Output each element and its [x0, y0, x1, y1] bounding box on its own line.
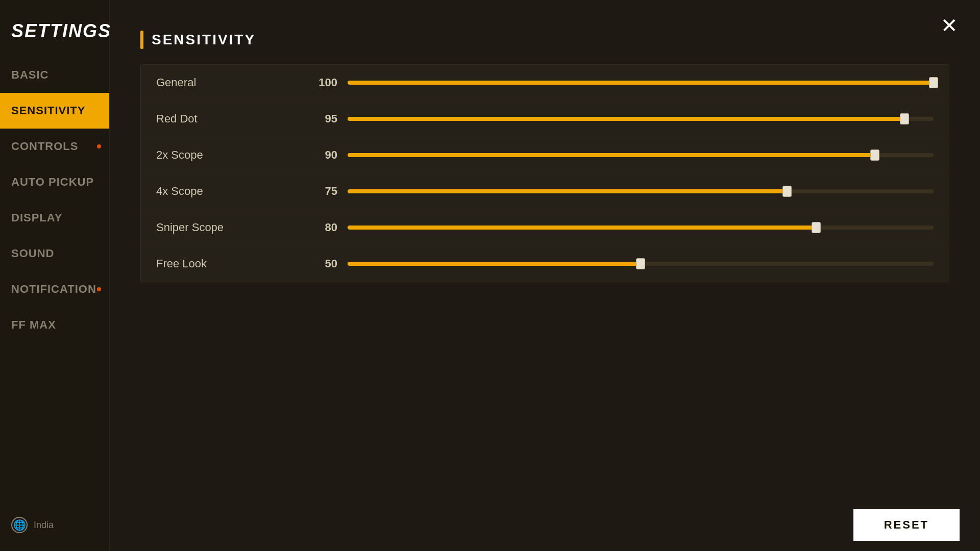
- slider-track-container-4x-scope[interactable]: [348, 187, 934, 195]
- slider-fill-free-look: [348, 262, 641, 266]
- slider-fill-2x-scope: [348, 153, 875, 157]
- slider-fill-4x-scope: [348, 189, 787, 193]
- notification-dot: [97, 144, 101, 148]
- slider-track-general: [348, 81, 934, 85]
- slider-thumb-4x-scope[interactable]: [782, 186, 792, 197]
- sidebar-item-sensitivity[interactable]: SENSITIVITY: [0, 93, 109, 129]
- slider-label-2x-scope: 2x Scope: [156, 148, 299, 162]
- settings-title: SETTINGS: [0, 10, 109, 57]
- slider-thumb-red-dot[interactable]: [900, 113, 909, 124]
- close-button[interactable]: ✕: [934, 10, 965, 41]
- notification-dot: [97, 287, 101, 291]
- sidebar-item-ff-max[interactable]: FF MAX: [0, 307, 109, 343]
- slider-value-free-look: 50: [309, 257, 337, 270]
- slider-label-general: General: [156, 76, 299, 89]
- slider-track-container-free-look[interactable]: [348, 260, 934, 268]
- section-accent-bar: [140, 31, 143, 49]
- slider-label-4x-scope: 4x Scope: [156, 185, 299, 198]
- reset-button[interactable]: RESET: [853, 509, 960, 541]
- sidebar-item-controls[interactable]: CONTROLS: [0, 129, 109, 164]
- slider-fill-sniper-scope: [348, 226, 816, 230]
- slider-row-2x-scope: 2x Scope 90: [141, 137, 949, 173]
- sidebar-item-notification[interactable]: NOTIFICATION: [0, 271, 109, 307]
- slider-track-4x-scope: [348, 189, 934, 193]
- slider-thumb-general[interactable]: [929, 77, 938, 88]
- slider-label-free-look: Free Look: [156, 257, 299, 270]
- slider-row-red-dot: Red Dot 95: [141, 101, 949, 137]
- section-header: SENSITIVITY: [140, 31, 949, 49]
- sidebar-item-basic[interactable]: BASIC: [0, 57, 109, 93]
- main-content: SENSITIVITY General 100 Red Dot 95 2x Sc…: [110, 0, 980, 551]
- slider-thumb-free-look[interactable]: [636, 258, 645, 269]
- slider-track-container-general[interactable]: [348, 79, 934, 87]
- slider-row-free-look: Free Look 50: [141, 246, 949, 282]
- slider-value-sniper-scope: 80: [309, 221, 337, 234]
- slider-fill-red-dot: [348, 117, 904, 121]
- sidebar-item-display[interactable]: DISPLAY: [0, 200, 109, 236]
- slider-value-general: 100: [309, 76, 337, 89]
- slider-row-general: General 100: [141, 65, 949, 101]
- slider-track-2x-scope: [348, 153, 934, 157]
- slider-track-red-dot: [348, 117, 934, 121]
- slider-label-sniper-scope: Sniper Scope: [156, 221, 299, 234]
- sidebar: SETTINGS BASICSENSITIVITYCONTROLSAUTO PI…: [0, 0, 110, 551]
- slider-track-container-2x-scope[interactable]: [348, 151, 934, 159]
- slider-label-red-dot: Red Dot: [156, 112, 299, 126]
- sidebar-footer: 🌐 India: [0, 509, 110, 541]
- slider-fill-general: [348, 81, 934, 85]
- sliders-container: General 100 Red Dot 95 2x Scope 90: [140, 64, 949, 282]
- slider-value-4x-scope: 75: [309, 185, 337, 198]
- slider-track-sniper-scope: [348, 226, 934, 230]
- sidebar-item-sound[interactable]: SOUND: [0, 236, 109, 271]
- globe-icon: 🌐: [11, 517, 28, 533]
- section-title: SENSITIVITY: [152, 32, 256, 48]
- region-label: India: [34, 520, 54, 531]
- slider-row-sniper-scope: Sniper Scope 80: [141, 210, 949, 246]
- slider-value-2x-scope: 90: [309, 148, 337, 162]
- slider-track-container-red-dot[interactable]: [348, 115, 934, 123]
- slider-value-red-dot: 95: [309, 112, 337, 126]
- slider-track-free-look: [348, 262, 934, 266]
- nav-container: BASICSENSITIVITYCONTROLSAUTO PICKUPDISPL…: [0, 57, 109, 343]
- slider-row-4x-scope: 4x Scope 75: [141, 173, 949, 210]
- slider-thumb-2x-scope[interactable]: [870, 149, 879, 161]
- sidebar-item-auto-pickup[interactable]: AUTO PICKUP: [0, 164, 109, 200]
- slider-track-container-sniper-scope[interactable]: [348, 223, 934, 232]
- slider-thumb-sniper-scope[interactable]: [812, 222, 821, 233]
